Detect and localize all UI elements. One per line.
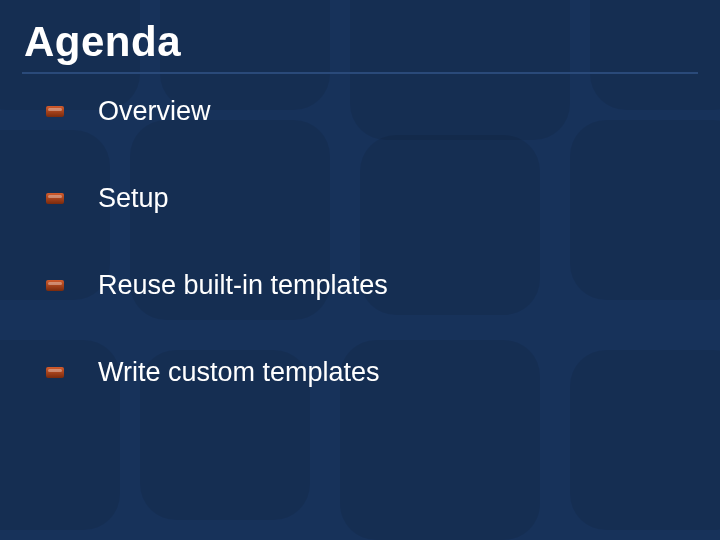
bullet-icon: [46, 280, 64, 291]
list-item: Setup: [46, 183, 680, 214]
bullet-icon: [46, 106, 64, 117]
bullet-icon: [46, 367, 64, 378]
bullet-text: Setup: [98, 183, 169, 214]
list-item: Overview: [46, 96, 680, 127]
slide-title: Agenda: [24, 18, 181, 66]
bullet-text: Write custom templates: [98, 357, 380, 388]
bullet-list: Overview Setup Reuse built-in templates …: [46, 96, 680, 444]
bullet-icon: [46, 193, 64, 204]
list-item: Write custom templates: [46, 357, 680, 388]
bullet-text: Reuse built-in templates: [98, 270, 388, 301]
bullet-text: Overview: [98, 96, 211, 127]
title-underline: [22, 72, 698, 74]
list-item: Reuse built-in templates: [46, 270, 680, 301]
